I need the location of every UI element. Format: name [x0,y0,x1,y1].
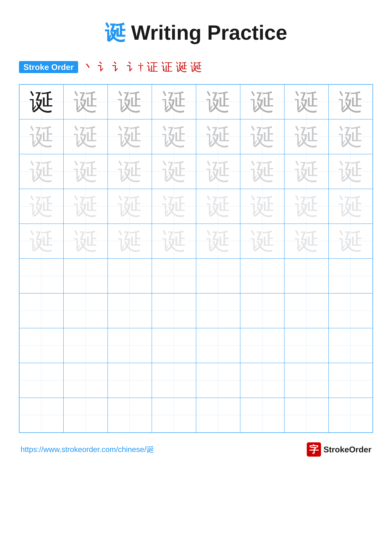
grid-cell-r7c6[interactable] [240,293,284,328]
grid-cell-r9c3[interactable] [108,363,152,398]
grid-cell-r2c5[interactable]: 诞 [196,119,240,154]
grid-cell-r6c8[interactable] [328,258,373,293]
grid-cell-r3c2[interactable]: 诞 [64,154,107,189]
grid-cell-r4c7[interactable]: 诞 [284,189,328,224]
grid-cell-r5c6[interactable]: 诞 [240,224,284,258]
grid-cell-r8c6[interactable] [240,328,284,363]
practice-char: 诞 [250,194,274,218]
grid-cell-r3c6[interactable]: 诞 [240,154,284,189]
grid-cell-r5c1[interactable]: 诞 [19,224,64,258]
grid-cell-r8c3[interactable] [108,328,152,363]
grid-cell-r6c6[interactable] [240,258,284,293]
grid-cell-r3c1[interactable]: 诞 [19,154,64,189]
practice-char: 诞 [162,90,186,114]
grid-cell-r6c2[interactable] [64,258,107,293]
practice-char: 诞 [29,125,53,149]
grid-cell-r10c7[interactable] [284,398,328,432]
grid-cell-r5c4[interactable]: 诞 [152,224,196,258]
grid-cell-r2c7[interactable]: 诞 [284,119,328,154]
grid-cell-r5c2[interactable]: 诞 [64,224,107,258]
grid-cell-r6c1[interactable] [19,258,64,293]
grid-cell-r8c2[interactable] [64,328,107,363]
grid-cell-r2c8[interactable]: 诞 [328,119,373,154]
grid-cell-r1c2[interactable]: 诞 [64,85,107,119]
practice-char: 诞 [206,125,230,149]
grid-cell-r8c8[interactable] [328,328,373,363]
grid-cell-r4c1[interactable]: 诞 [19,189,64,224]
grid-cell-r6c5[interactable] [196,258,240,293]
title-english-text: Writing Practice [125,21,287,44]
stroke-step-7: 诞 [176,59,187,75]
grid-cell-r2c2[interactable]: 诞 [64,119,107,154]
footer: https://www.strokeorder.com/chinese/诞 字 … [19,442,373,457]
grid-cell-r8c7[interactable] [284,328,328,363]
practice-char: 诞 [74,160,97,183]
grid-cell-r1c7[interactable]: 诞 [284,85,328,119]
grid-cell-r10c3[interactable] [108,398,152,432]
grid-cell-r8c5[interactable] [196,328,240,363]
stroke-step-4: 讠† [127,59,143,75]
grid-cell-r10c1[interactable] [19,398,64,432]
grid-cell-r4c5[interactable]: 诞 [196,189,240,224]
grid-cell-r9c7[interactable] [284,363,328,398]
practice-char: 诞 [339,229,363,253]
grid-cell-r3c7[interactable]: 诞 [284,154,328,189]
grid-cell-r10c4[interactable] [152,398,196,432]
grid-cell-r10c6[interactable] [240,398,284,432]
grid-cell-r7c4[interactable] [152,293,196,328]
grid-cell-r6c3[interactable] [108,258,152,293]
grid-cell-r1c6[interactable]: 诞 [240,85,284,119]
practice-char: 诞 [295,194,318,218]
grid-cell-r5c5[interactable]: 诞 [196,224,240,258]
grid-cell-r8c4[interactable] [152,328,196,363]
grid-cell-r10c2[interactable] [64,398,107,432]
grid-cell-r1c1[interactable]: 诞 [19,85,64,119]
grid-cell-r2c3[interactable]: 诞 [108,119,152,154]
grid-cell-r5c3[interactable]: 诞 [108,224,152,258]
grid-cell-r3c3[interactable]: 诞 [108,154,152,189]
grid-cell-r7c5[interactable] [196,293,240,328]
grid-cell-r4c3[interactable]: 诞 [108,189,152,224]
grid-cell-r4c4[interactable]: 诞 [152,189,196,224]
grid-cell-r9c2[interactable] [64,363,107,398]
practice-char: 诞 [118,229,142,253]
grid-cell-r3c5[interactable]: 诞 [196,154,240,189]
grid-cell-r4c6[interactable]: 诞 [240,189,284,224]
grid-cell-r1c3[interactable]: 诞 [108,85,152,119]
grid-cell-r3c4[interactable]: 诞 [152,154,196,189]
grid-cell-r9c6[interactable] [240,363,284,398]
grid-cell-r10c8[interactable] [328,398,373,432]
grid-cell-r6c4[interactable] [152,258,196,293]
grid-cell-r7c8[interactable] [328,293,373,328]
grid-cell-r5c8[interactable]: 诞 [328,224,373,258]
grid-cell-r5c7[interactable]: 诞 [284,224,328,258]
logo-text: StrokeOrder [324,445,371,454]
grid-cell-r1c5[interactable]: 诞 [196,85,240,119]
grid-cell-r2c1[interactable]: 诞 [19,119,64,154]
grid-cell-r9c8[interactable] [328,363,373,398]
grid-cell-r1c8[interactable]: 诞 [328,85,373,119]
grid-cell-r2c6[interactable]: 诞 [240,119,284,154]
grid-cell-r7c3[interactable] [108,293,152,328]
grid-cell-r4c2[interactable]: 诞 [64,189,107,224]
practice-char: 诞 [250,160,274,183]
grid-cell-r3c8[interactable]: 诞 [328,154,373,189]
grid-cell-r7c2[interactable] [64,293,107,328]
grid-cell-r7c1[interactable] [19,293,64,328]
grid-cell-r9c5[interactable] [196,363,240,398]
grid-cell-r9c1[interactable] [19,363,64,398]
grid-cell-r6c7[interactable] [284,258,328,293]
stroke-sequence: 丶 讠 讠 讠† 证 证 诞 诞 [83,59,202,75]
grid-cell-r7c7[interactable] [284,293,328,328]
stroke-step-2: 讠 [97,59,109,75]
stroke-step-5: 证 [147,59,158,75]
practice-char: 诞 [339,160,363,183]
grid-cell-r2c4[interactable]: 诞 [152,119,196,154]
footer-url[interactable]: https://www.strokeorder.com/chinese/诞 [21,445,154,454]
practice-char: 诞 [29,160,53,183]
grid-cell-r10c5[interactable] [196,398,240,432]
grid-cell-r4c8[interactable]: 诞 [328,189,373,224]
grid-cell-r8c1[interactable] [19,328,64,363]
grid-cell-r9c4[interactable] [152,363,196,398]
grid-cell-r1c4[interactable]: 诞 [152,85,196,119]
